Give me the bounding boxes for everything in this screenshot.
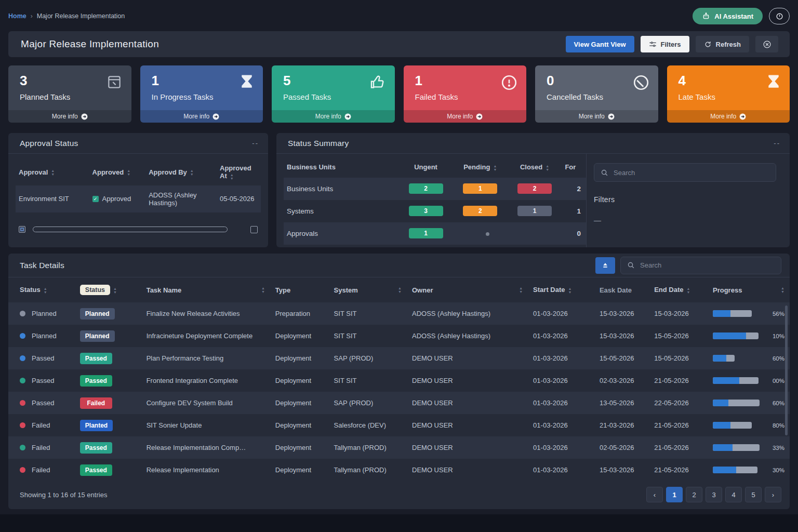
window-icon xyxy=(105,74,123,90)
more-info-link[interactable]: More info xyxy=(535,110,658,123)
card-planned-tasks[interactable]: 3 Planned Tasks More info xyxy=(8,65,131,123)
task-row[interactable]: Planned Planned Finalize New Release Act… xyxy=(8,302,790,325)
close-circle-button[interactable] xyxy=(755,36,778,52)
pagination-page-2[interactable]: 2 xyxy=(686,487,702,502)
pagination-page-3[interactable]: 3 xyxy=(706,487,722,502)
pagination-prev[interactable]: ‹ xyxy=(646,487,663,502)
card-late-tasks[interactable]: 4 Late Tasks More info xyxy=(667,65,790,123)
pagination-page-4[interactable]: 4 xyxy=(725,487,742,502)
col-progress[interactable]: Progress▲▼ xyxy=(708,277,790,302)
progress-bar xyxy=(713,332,759,339)
card-label: Failed Tasks xyxy=(415,92,518,101)
col-approved[interactable]: Approved▲▼ xyxy=(89,159,146,185)
progress-percent: 30% xyxy=(767,467,784,473)
pagination-next[interactable]: › xyxy=(765,487,781,502)
circle-x-icon xyxy=(763,40,772,49)
col-start-date[interactable]: Start Date▲▼ xyxy=(528,277,594,302)
summary-row-systems[interactable]: Systems 3 2 1 1 xyxy=(284,200,586,222)
task-row[interactable]: Failed Passed Release Implementation Com… xyxy=(8,436,790,459)
collapse-toggle[interactable]: -- xyxy=(774,139,780,147)
pagination-page-5[interactable]: 5 xyxy=(745,487,762,502)
scrollbar-track[interactable] xyxy=(33,227,228,232)
breadcrumb-current: Major Release Implementation xyxy=(37,12,125,20)
col-type[interactable]: Type xyxy=(270,277,329,302)
col-closed[interactable]: Closed▲▼ xyxy=(508,157,562,178)
task-row[interactable]: Planned Planned Infracineture Deployment… xyxy=(8,325,790,347)
card-failed-tasks[interactable]: 1 Failed Tasks More info xyxy=(404,65,527,123)
summary-search[interactable] xyxy=(594,163,776,182)
progress-bar xyxy=(713,377,759,384)
col-status[interactable]: Status▲▼ xyxy=(8,277,75,302)
col-business-units[interactable]: Business Units xyxy=(284,157,398,178)
col-eask-date[interactable]: Eask Date xyxy=(594,277,649,302)
collapse-toggle[interactable]: -- xyxy=(252,139,259,147)
urgent-badge: 3 xyxy=(409,206,443,216)
sort-icon: ▲▼ xyxy=(113,287,117,294)
export-button[interactable] xyxy=(595,257,615,274)
view-gantt-button[interactable]: View Gantt View xyxy=(566,36,634,52)
col-urgent[interactable]: Ungent xyxy=(398,157,453,178)
top-bar: Home › Major Release Implementation AI A… xyxy=(8,6,790,26)
col-approved-by[interactable]: Approvd By▲▼ xyxy=(145,159,217,185)
row-total: 2 xyxy=(562,178,586,200)
power-button[interactable] xyxy=(769,8,790,24)
card-passed-tasks[interactable]: 5 Passed Tasks More info xyxy=(272,65,395,123)
checkbox-check-icon[interactable]: ✓ xyxy=(92,196,99,202)
progress-bar xyxy=(713,400,760,406)
summary-row-approvals[interactable]: Approvals 1 0 xyxy=(284,222,586,245)
approval-row[interactable]: Environment SIT ✓Approved ADOSS (Ashley … xyxy=(16,185,261,212)
filter-sliders-icon xyxy=(649,41,657,48)
col-pending[interactable]: Pending▲▼ xyxy=(453,157,508,178)
summary-row-business-units[interactable]: Business Units 2 1 2 2 xyxy=(284,178,586,200)
vertical-scrollbar[interactable] xyxy=(785,305,788,435)
col-system[interactable]: System▲▼ xyxy=(329,277,407,302)
row-total: 1 xyxy=(562,200,586,222)
status-dot xyxy=(20,422,25,428)
col-status-badge[interactable]: Status▲▼ xyxy=(75,277,141,302)
col-owner[interactable]: Owner▲▼ xyxy=(407,277,528,302)
col-forecast[interactable]: For xyxy=(562,157,586,178)
task-row[interactable]: Failed Passed Release Implementation Dep… xyxy=(8,459,790,481)
more-info-link[interactable]: More info xyxy=(8,110,131,123)
more-info-link[interactable]: More info xyxy=(272,110,395,123)
more-info-label: More info xyxy=(447,113,473,120)
checkbox[interactable] xyxy=(250,226,258,233)
col-approval[interactable]: Approval▲▼ xyxy=(16,159,89,185)
status-badge: Passed xyxy=(80,353,112,364)
more-info-link[interactable]: More info xyxy=(140,110,263,123)
filters-button[interactable]: Filters xyxy=(641,36,689,52)
task-search[interactable] xyxy=(620,257,781,274)
refresh-button[interactable]: Refresh xyxy=(696,36,749,52)
more-info-link[interactable]: More info xyxy=(404,110,527,123)
task-row[interactable]: Passed Passed Plan Performance Testing D… xyxy=(8,347,790,369)
status-dot xyxy=(20,467,25,473)
sort-icon: ▲▼ xyxy=(230,173,234,180)
task-search-input[interactable] xyxy=(640,261,775,269)
breadcrumb-home-link[interactable]: Home xyxy=(8,12,26,20)
col-approved-at[interactable]: Approved At▲▼ xyxy=(217,159,261,185)
sort-icon: ▲▼ xyxy=(546,164,549,171)
ai-assistant-button[interactable]: AI Assistant xyxy=(693,8,763,24)
row-total: 0 xyxy=(562,222,586,245)
card-in-progress-tasks[interactable]: 1 In Progress Tasks More info xyxy=(140,65,263,123)
refresh-icon xyxy=(704,41,712,48)
summary-search-input[interactable] xyxy=(614,169,769,177)
task-row[interactable]: Passed Failed Configure DEV System Build… xyxy=(8,392,790,414)
more-info-label: More info xyxy=(52,113,78,120)
status-dot xyxy=(20,378,25,383)
status-badge: Planned xyxy=(80,330,115,342)
card-label: In Progress Tasks xyxy=(152,92,255,101)
card-cancelled-tasks[interactable]: 0 Cancelled Tasks More info xyxy=(535,65,658,123)
scrollbar-thumb[interactable] xyxy=(19,226,25,233)
pagination-page-1[interactable]: 1 xyxy=(666,487,683,502)
task-row[interactable]: Failed Planted SIT Sonier Update Deploym… xyxy=(8,414,790,436)
more-info-link[interactable]: More info xyxy=(667,110,790,123)
breadcrumb: Home › Major Release Implementation xyxy=(8,12,125,20)
dashboard-page: Home › Major Release Implementation AI A… xyxy=(0,0,798,509)
col-task-name[interactable]: Task Name▲▼ xyxy=(141,277,270,302)
approved-by: ADOSS (Ashley Hastings) xyxy=(145,185,217,212)
entries-summary: Showing 1 to 16 of 15 entries xyxy=(20,491,107,499)
task-row[interactable]: Passed Passed Frontend Integration Compl… xyxy=(8,369,790,392)
page-title: Major Release Implementation xyxy=(21,38,159,50)
col-end-date[interactable]: End Date▲▼ xyxy=(649,277,708,302)
